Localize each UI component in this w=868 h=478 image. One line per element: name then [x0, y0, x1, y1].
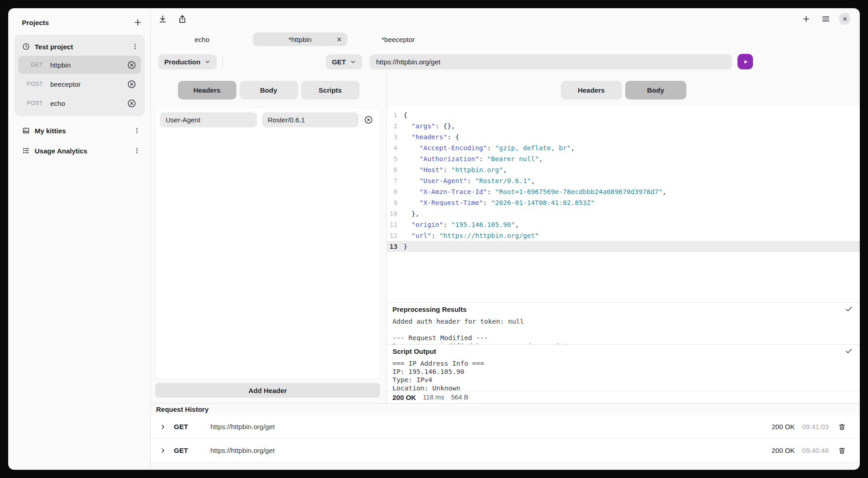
script-output-header[interactable]: Script Output [387, 345, 860, 357]
panel-tab[interactable]: Headers [561, 81, 622, 100]
header-value-input[interactable] [262, 112, 359, 127]
code-line: 8 "X-Amzn-Trace-Id": "Root=1-6967569e-78… [387, 186, 860, 197]
kebab-icon [133, 147, 141, 155]
code-token: "Host" [419, 166, 443, 173]
sidebar: Projects Test project GET httpbin POST b… [8, 8, 151, 470]
code-token: } [403, 243, 408, 250]
header-key-input[interactable] [160, 112, 257, 127]
code-token: "args" [411, 122, 435, 130]
code-token [403, 155, 419, 163]
code-token: : [483, 199, 491, 206]
code-line: 9 "X-Request-Time": "2026-01-14T08:41:02… [387, 197, 860, 208]
chevron-right-icon [159, 423, 167, 431]
new-tab-button[interactable] [801, 14, 811, 24]
tab-label: *beeceptor [382, 36, 415, 43]
line-number: 12 [387, 230, 397, 241]
window-close-button[interactable] [839, 13, 851, 25]
preprocessing-header[interactable]: Preprocessing Results [387, 303, 860, 315]
check-icon [845, 305, 853, 313]
menu-button[interactable] [821, 14, 831, 24]
code-text: "Host": "httpbin.org", [397, 164, 507, 175]
history-row[interactable]: GET https://httpbin.org/get 200 OK 09:41… [151, 415, 860, 439]
request-tab[interactable]: *httpbin [251, 29, 349, 49]
response-status-bar: 200 OK 118 ms 564 B [387, 391, 860, 403]
project-group: Test project GET httpbin POST beeceptor … [15, 35, 145, 116]
request-tab[interactable]: *beeceptor [349, 29, 447, 49]
script-output-section: Script Output === IP Address Info ===IP:… [387, 344, 860, 391]
code-token: "2026-01-14T08:41:02.853Z" [491, 199, 595, 206]
code-line: 5 "Authorization": "Bearer null", [387, 153, 860, 164]
code-text: "User-Agent": "Roster/0.6.1", [397, 175, 535, 186]
sidebar-section[interactable]: Usage Analytics [15, 142, 145, 160]
history-status: 200 OK [772, 446, 795, 454]
sidebar-request-item[interactable]: POST beeceptor [18, 75, 141, 93]
code-text: "url": "https://httpbin.org/get" [397, 230, 539, 241]
code-line: 11 "origin": "195.146.105.90", [387, 219, 860, 230]
sidebar-request-item[interactable]: GET httpbin [18, 56, 141, 74]
request-name: echo [50, 100, 127, 107]
panel-tab[interactable]: Headers [178, 81, 236, 100]
delete-history-button[interactable] [838, 446, 846, 455]
response-time: 118 ms [423, 394, 444, 401]
response-panel: HeadersBody 1{2 "args": {},3 "headers": … [387, 74, 860, 403]
panel-tab-label: Scripts [319, 86, 342, 94]
response-body-viewer[interactable]: 1{2 "args": {},3 "headers": {4 "Accept-E… [387, 106, 860, 302]
output-line: --- Request Modified --- [392, 334, 854, 342]
code-token: : [487, 144, 495, 152]
code-token: "X-Request-Time" [419, 199, 483, 206]
tab-pill: *httpbin [253, 32, 347, 46]
method-select[interactable]: GET [326, 54, 362, 69]
history-row[interactable]: GET https://httpbin.org/get 200 OK 09:40… [151, 439, 860, 462]
remove-request-button[interactable] [127, 79, 136, 89]
import-button[interactable] [158, 14, 167, 24]
status-code: 200 OK [392, 394, 416, 401]
code-token: , [503, 166, 507, 173]
code-token: "User-Agent" [419, 177, 467, 184]
tab-close-button[interactable] [336, 37, 342, 42]
line-number: 7 [387, 175, 397, 186]
sidebar-section[interactable]: My kitties [15, 121, 145, 140]
preprocessing-title: Preprocessing Results [392, 305, 467, 313]
code-line: 12 "url": "https://httpbin.org/get" [387, 230, 860, 241]
code-token: : [487, 188, 495, 195]
code-token: : [443, 166, 451, 173]
chevron-down-icon [204, 58, 211, 65]
line-number: 9 [387, 197, 397, 208]
code-token: "Root=1-6967569e-78ecdbbb24a089670d3978d… [495, 188, 663, 195]
circle-x-icon [364, 115, 373, 125]
panel-tab[interactable]: Scripts [301, 81, 360, 100]
project-menu-button[interactable] [131, 42, 139, 51]
environment-select[interactable]: Production [158, 54, 217, 69]
sidebar-request-item[interactable]: POST echo [18, 94, 141, 112]
remove-request-button[interactable] [127, 99, 136, 108]
request-method: POST [22, 100, 43, 106]
delete-history-button[interactable] [838, 423, 846, 431]
add-project-button[interactable] [133, 17, 143, 27]
tab-label: echo [194, 36, 209, 43]
export-button[interactable] [178, 14, 187, 24]
code-line: 10 }, [387, 208, 860, 219]
code-text: "Authorization": "Bearer null", [397, 153, 543, 164]
code-token: { [403, 111, 408, 119]
remove-request-button[interactable] [127, 60, 136, 70]
sidebar-section-label: My kitties [35, 127, 128, 135]
section-menu-button[interactable] [133, 147, 141, 155]
send-button[interactable] [737, 54, 753, 69]
panel-tab[interactable]: Body [625, 81, 686, 100]
clock-icon [22, 42, 30, 51]
output-line: Type: IPv4 [392, 376, 854, 384]
panel-tab[interactable]: Body [240, 81, 298, 100]
circle-x-icon [127, 99, 136, 108]
code-token: }, [403, 210, 419, 217]
request-tab[interactable]: echo [153, 29, 251, 49]
trash-icon [838, 423, 846, 431]
request-method: GET [22, 62, 43, 68]
section-menu-button[interactable] [133, 126, 141, 135]
url-input[interactable] [370, 54, 732, 69]
code-token: , [571, 144, 575, 152]
add-header-button[interactable]: Add Header [155, 383, 380, 398]
chevron-right-icon [159, 447, 167, 454]
header-row [160, 112, 376, 127]
project-group-header[interactable]: Test project [18, 38, 141, 55]
remove-header-button[interactable] [364, 115, 373, 125]
